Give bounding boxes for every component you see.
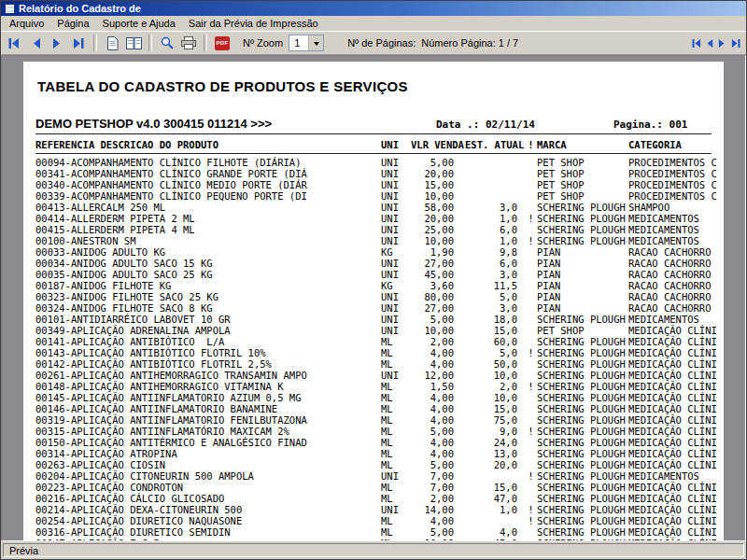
- cell-descricao: 00145-APLICAÇÃO ANTIINFLAMATORIO AZIUM 0…: [35, 392, 381, 403]
- table-row: 00254-APLICAÇÃO DIURETICO NAQUASONEML4,0…: [35, 515, 712, 526]
- cell-categoria: PROCEDIMENTOS C: [628, 179, 712, 190]
- cell-uni: UNI: [381, 504, 411, 515]
- previous-page-icon: [705, 39, 713, 48]
- previous-page-button[interactable]: [25, 34, 46, 52]
- chevron-down-icon[interactable]: [308, 35, 323, 50]
- next-page-icon: [52, 38, 63, 49]
- cell-flag: !: [525, 426, 537, 437]
- cell-descricao: 00323-ANIDOG FILHOTE SACO 25 KG: [35, 291, 381, 302]
- cell-categoria: MEDICAÇÃO CLÍNI: [628, 403, 712, 414]
- cell-est-atual: 9,0: [465, 426, 525, 437]
- cell-descricao: 00339-ACOMPANHAMENTO CLÍNICO PEQUENO POR…: [35, 190, 381, 202]
- table-row: 00223-APLICAÇÃO CONDROTONML7,0015,0SCHER…: [35, 482, 712, 493]
- cell-est-atual: [465, 179, 525, 190]
- col-header-uni: UNI: [381, 139, 411, 150]
- menu-sair-da-previa[interactable]: Sair da Prévia de Impressão: [182, 17, 325, 30]
- cell-categoria: MEDICAÇÃO CLÍNI: [628, 381, 712, 392]
- cell-flag: !: [525, 504, 537, 515]
- cell-marca: SCHERING PLOUGH: [537, 493, 628, 504]
- table-row: 00146-APLICAÇÃO ANTIINFLAMATORIO BANAMIN…: [35, 403, 712, 414]
- table-row: 00141-APLICAÇÃO ANTIBIÓTICO L/AML2,0060,…: [35, 336, 712, 347]
- zoom-select[interactable]: 1: [289, 35, 324, 51]
- first-page-button[interactable]: [4, 34, 24, 52]
- cell-flag: [525, 224, 537, 235]
- cell-est-atual: 1,0: [465, 235, 525, 246]
- zoom-button[interactable]: [157, 34, 177, 52]
- cell-descricao: 00214-APLICAÇÃO DEXA-CITONEURIN 500: [35, 504, 381, 515]
- cell-descricao: 00349-APLICAÇÃO ADRENALINA AMPOLA: [35, 325, 381, 336]
- cell-marca: SCHERING PLOUGH: [537, 347, 628, 358]
- cell-flag: [525, 258, 537, 269]
- cell-uni: UNI: [381, 213, 411, 224]
- header-rule: [35, 133, 712, 134]
- cell-descricao: 00094-ACOMPANHAMENTO CLÍNICO FILHOTE (DI…: [35, 157, 381, 168]
- table-row: 00323-ANIDOG FILHOTE SACO 25 KGUNI80,005…: [35, 291, 712, 302]
- cell-marca: SCHERING PLOUGH: [537, 213, 628, 224]
- cell-est-atual: 5,0: [465, 347, 525, 358]
- cell-descricao: 00143-APLICAÇÃO ANTIBIÓTICO FLOTRIL 10%: [35, 347, 381, 358]
- cell-descricao: 00101-ANTIDIARRÉICO LABOVET 10 GR: [35, 314, 381, 325]
- previous-page-button-right[interactable]: [703, 35, 715, 50]
- cell-vlr-venda: 7,00: [411, 470, 465, 482]
- cell-flag: [525, 437, 537, 448]
- cell-flag: !: [525, 347, 537, 358]
- cell-categoria: PROCEDIMENTOS C: [628, 190, 712, 202]
- cell-uni: UNI: [381, 224, 411, 235]
- cell-descricao: 00148-APLICAÇÃO ANTIHEMORRAGICO VITAMINA…: [35, 381, 381, 392]
- pdf-export-button[interactable]: PDF: [212, 34, 233, 52]
- cell-vlr-venda: 4,00: [411, 515, 465, 526]
- cell-marca: SCHERING PLOUGH: [537, 437, 628, 448]
- status-text: Prévia: [9, 545, 38, 556]
- two-page-view-button[interactable]: [123, 34, 144, 52]
- cell-est-atual: 10,0: [465, 370, 525, 381]
- report-page-number: Pagina.: 001: [613, 119, 712, 131]
- cell-flag: !: [525, 235, 537, 246]
- cell-est-atual: 13,0: [465, 448, 525, 459]
- last-page-button-right[interactable]: [729, 35, 741, 50]
- cell-uni: UNI: [381, 269, 411, 280]
- page-number-label: Número Página: 1 / 7: [421, 37, 518, 49]
- next-page-button[interactable]: [47, 34, 67, 52]
- cell-categoria: MEDICAMENTOS: [628, 224, 712, 235]
- columns-rule: [35, 153, 712, 154]
- table-row: 00261-APLICAÇÃO ANTIHEMORRAGICO TRANSAMI…: [35, 370, 712, 381]
- cell-uni: UNI: [381, 258, 411, 269]
- single-page-view-button[interactable]: [102, 34, 122, 52]
- menu-bar: Arquivo Página Suporte e Ajuda Sair da P…: [1, 16, 746, 31]
- cell-categoria: RACAO CACHORRO: [628, 302, 712, 314]
- cell-uni: ML: [381, 392, 411, 403]
- cell-uni: ML: [381, 426, 411, 437]
- cell-uni: UNI: [381, 314, 411, 325]
- last-page-icon: [731, 39, 740, 48]
- cell-flag: [525, 280, 537, 291]
- table-row: 00341-ACOMPANHAMENTO CLÍNICO GRANDE PORT…: [35, 168, 712, 179]
- toolbar-separator: [204, 35, 207, 51]
- cell-descricao: 00034-ANIDOG ADULTO SACO 15 KG: [35, 258, 381, 269]
- last-page-button[interactable]: [68, 34, 89, 52]
- cell-flag: [525, 168, 537, 179]
- cell-uni: KG: [381, 246, 411, 258]
- last-page-icon: [73, 38, 84, 49]
- cell-categoria: PROCEDIMENTOS C: [628, 157, 712, 168]
- cell-est-atual: 15,0: [465, 403, 525, 414]
- cell-marca: PET SHOP: [537, 157, 628, 168]
- report-date: Data .: 02/11/14: [436, 119, 613, 131]
- cell-categoria: MEDICAMENTOS: [628, 314, 712, 325]
- print-preview-area: TABELA DO CADASTRO DE PRODUTOS E SERVIÇO…: [1, 55, 746, 541]
- menu-arquivo[interactable]: Arquivo: [3, 17, 50, 30]
- cell-categoria: MEDICAÇÃO CLÍNI: [628, 459, 712, 470]
- cell-marca: SCHERING PLOUGH: [537, 336, 628, 347]
- print-button[interactable]: [178, 34, 199, 52]
- next-page-button-right[interactable]: [716, 35, 728, 50]
- cell-vlr-venda: 5,00: [411, 314, 465, 325]
- cell-vlr-venda: 4,00: [411, 347, 465, 358]
- table-row: 00339-ACOMPANHAMENTO CLÍNICO PEQUENO POR…: [35, 190, 712, 202]
- cell-descricao: 00414-ALLERDERM PIPETA 2 ML: [35, 213, 381, 224]
- table-row: 00315-APLICAÇÃO ANTIINFLAMATÓRIO MAXICAM…: [35, 426, 712, 437]
- menu-suporte-e-ajuda[interactable]: Suporte e Ajuda: [96, 17, 182, 30]
- first-page-button-right[interactable]: [690, 35, 702, 50]
- menu-pagina[interactable]: Página: [50, 17, 95, 30]
- table-row: 00349-APLICAÇÃO ADRENALINA AMPOLAUNI10,0…: [35, 325, 712, 336]
- col-header-categoria: CATEGORIA: [628, 139, 712, 150]
- table-row: 00216-APLICAÇÃO CÁLCIO GLICOSADOML2,0047…: [35, 493, 712, 504]
